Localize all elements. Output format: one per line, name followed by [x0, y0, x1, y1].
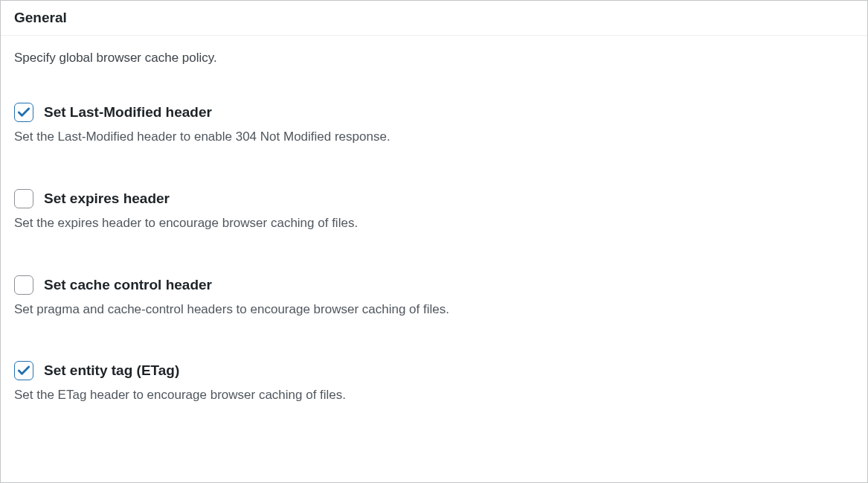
option-description-etag: Set the ETag header to encourage browser…: [14, 386, 854, 404]
general-settings-panel: General Specify global browser cache pol…: [0, 0, 868, 483]
option-last-modified: Set Last-Modified header Set the Last-Mo…: [14, 103, 854, 146]
checkbox-etag[interactable]: [14, 361, 33, 380]
option-label-etag[interactable]: Set entity tag (ETag): [44, 362, 179, 379]
option-label-cache-control[interactable]: Set cache control header: [44, 277, 212, 293]
check-icon: [16, 363, 31, 378]
option-description-last-modified: Set the Last-Modified header to enable 3…: [14, 128, 854, 146]
panel-title: General: [14, 10, 854, 26]
option-etag: Set entity tag (ETag) Set the ETag heade…: [14, 361, 854, 404]
option-label-last-modified[interactable]: Set Last-Modified header: [44, 104, 212, 121]
option-description-cache-control: Set pragma and cache-control headers to …: [14, 301, 854, 319]
checkbox-expires[interactable]: [14, 189, 33, 208]
option-label-expires[interactable]: Set expires header: [44, 191, 170, 207]
check-icon: [16, 105, 31, 120]
panel-body: Specify global browser cache policy. Set…: [1, 36, 867, 434]
checkbox-cache-control[interactable]: [14, 275, 33, 295]
checkbox-last-modified[interactable]: [14, 103, 33, 122]
option-expires: Set expires header Set the expires heade…: [14, 189, 854, 232]
panel-header: General: [1, 1, 867, 36]
intro-text: Specify global browser cache policy.: [14, 51, 854, 65]
option-description-expires: Set the expires header to encourage brow…: [14, 214, 854, 232]
option-cache-control: Set cache control header Set pragma and …: [14, 275, 854, 319]
